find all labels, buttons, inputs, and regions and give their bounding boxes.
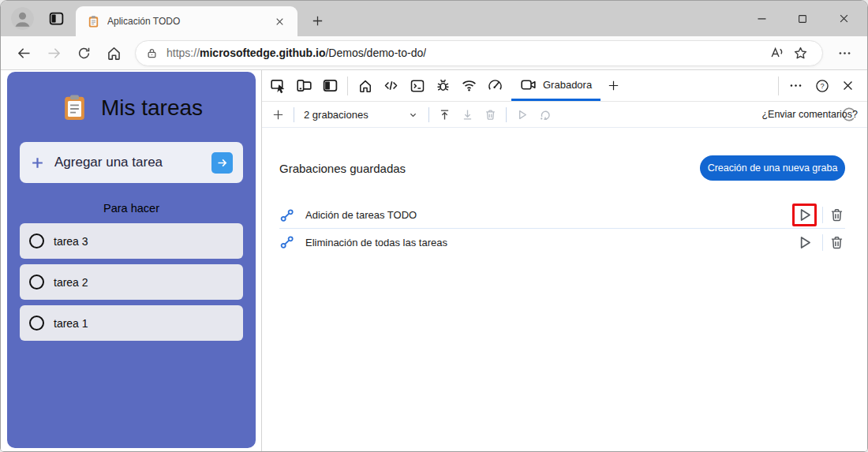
delete-recording-button[interactable]: [479, 103, 502, 125]
speedometer-icon: [487, 77, 503, 94]
task-checkbox[interactable]: [29, 233, 44, 248]
task-item[interactable]: tarea 2: [20, 264, 243, 300]
user-flow-icon: [279, 207, 295, 223]
recording-row[interactable]: Eliminación de todas las tareas: [279, 229, 845, 256]
refresh-button[interactable]: [69, 39, 99, 67]
add-task-label: Agregar una tarea: [54, 155, 163, 170]
play-recording-button[interactable]: [795, 233, 814, 252]
measure-replay-button[interactable]: [533, 103, 556, 125]
clipboard-favicon-icon: [87, 15, 100, 28]
person-icon: [11, 7, 34, 30]
divider: [428, 107, 429, 122]
devtools-debugger-tab[interactable]: [430, 70, 456, 101]
divider: [778, 77, 779, 95]
console-icon: [410, 78, 425, 94]
home-icon: [106, 45, 122, 62]
back-arrow-icon: [16, 45, 32, 62]
replay-arrow-icon: [538, 108, 552, 121]
play-icon: [795, 233, 814, 252]
wifi-icon: [461, 77, 477, 94]
recording-row-controls: [792, 231, 845, 254]
task-item[interactable]: tarea 3: [20, 223, 243, 259]
plus-icon: [311, 14, 324, 28]
url-scheme: https://: [166, 47, 200, 59]
tab-title: Aplicación TODO: [107, 16, 269, 27]
import-icon: [438, 108, 451, 121]
close-icon: [838, 13, 850, 24]
lock-icon: [146, 47, 158, 59]
read-aloud-icon: [769, 45, 784, 61]
minimize-button[interactable]: [741, 1, 782, 36]
new-tab-button[interactable]: [306, 9, 328, 32]
task-item[interactable]: tarea 1: [20, 305, 243, 341]
recordings-dropdown[interactable]: 2 grabaciones: [298, 109, 425, 121]
delete-recording-button[interactable]: [829, 207, 845, 223]
task-checkbox[interactable]: [29, 275, 44, 290]
todo-list-title: Para hacer: [20, 202, 243, 215]
close-window-button[interactable]: [823, 1, 864, 36]
trash-icon: [829, 234, 845, 251]
forward-arrow-icon: [46, 45, 62, 62]
devtools-recorder-tab[interactable]: Grabadora: [511, 70, 600, 101]
content-area: Mis tareas Agregar una tarea Para hacer …: [1, 70, 867, 451]
devtools-welcome-tab[interactable]: [352, 70, 378, 101]
task-label: tarea 3: [54, 235, 88, 248]
export-recording-button[interactable]: [456, 103, 479, 125]
browser-tab[interactable]: Aplicación TODO: [76, 6, 297, 36]
delete-recording-button[interactable]: [829, 234, 845, 251]
recording-name: Adición de tareas TODO: [305, 209, 417, 221]
add-task-submit-button[interactable]: [211, 152, 233, 174]
forward-button[interactable]: [39, 39, 69, 67]
profile-avatar[interactable]: [11, 7, 34, 30]
recording-row[interactable]: Adición de tareas TODO: [279, 202, 845, 229]
recording-name: Eliminación de todas las tareas: [305, 237, 447, 248]
trash-icon: [484, 108, 497, 121]
task-checkbox[interactable]: [29, 316, 44, 331]
titlebar: Aplicación TODO: [1, 1, 867, 36]
devtools-help-button[interactable]: ?: [809, 70, 835, 101]
settings-more-button[interactable]: [829, 39, 859, 67]
right-arrow-icon: [216, 157, 228, 169]
maximize-button[interactable]: [782, 1, 823, 36]
devtools-network-tab[interactable]: [456, 70, 482, 101]
devtools-performance-tab[interactable]: [482, 70, 508, 101]
back-button[interactable]: [9, 39, 39, 67]
window-controls: [741, 1, 864, 36]
tab-close-icon[interactable]: [269, 11, 290, 32]
send-feedback-link[interactable]: ¿Enviar comentarios?: [761, 106, 862, 123]
recorder-toolbar: 2 grabaciones: [262, 102, 867, 128]
todo-header: Mis tareas: [20, 72, 243, 122]
replay-button[interactable]: [511, 103, 533, 125]
address-bar[interactable]: https://microsoftedge.github.io/Demos/de…: [135, 40, 823, 66]
recorder-tab-label: Grabadora: [543, 79, 592, 91]
code-icon: [383, 77, 399, 94]
read-aloud-button[interactable]: [765, 41, 788, 65]
recordings-list: Adición de tareas TODO: [279, 202, 845, 256]
devtools-customize-button[interactable]: [783, 70, 809, 101]
todo-app-card: Mis tareas Agregar una tarea Para hacer …: [7, 72, 256, 448]
play-button-highlight: [792, 204, 817, 226]
devtools-close-button[interactable]: [835, 70, 861, 101]
devtools-console-tab[interactable]: [404, 70, 430, 101]
favorites-star-button[interactable]: [788, 41, 812, 65]
create-new-recording-button[interactable]: Creación de una nueva graba: [700, 155, 845, 181]
add-task-input[interactable]: Agregar una tarea: [20, 142, 243, 183]
video-camera-icon: [520, 77, 537, 93]
home-button[interactable]: [99, 39, 129, 67]
tab-actions-menu-icon[interactable]: [47, 9, 66, 28]
home-icon: [357, 78, 373, 94]
import-recording-button[interactable]: [433, 103, 456, 125]
divider: [347, 77, 348, 95]
inspect-element-button[interactable]: [265, 70, 291, 101]
url-text: https://microsoftedge.github.io/Demos/de…: [166, 47, 426, 59]
activity-bar-button[interactable]: [317, 70, 343, 101]
play-recording-button[interactable]: [795, 206, 814, 224]
device-emulation-button[interactable]: [291, 70, 317, 101]
add-recording-button[interactable]: [267, 103, 290, 125]
devtools-more-tabs-button[interactable]: [600, 70, 627, 101]
divider: [822, 207, 823, 223]
divider: [822, 234, 823, 251]
recording-row-controls: [792, 204, 845, 226]
plus-icon: [30, 155, 45, 170]
devtools-elements-tab[interactable]: [378, 70, 404, 101]
